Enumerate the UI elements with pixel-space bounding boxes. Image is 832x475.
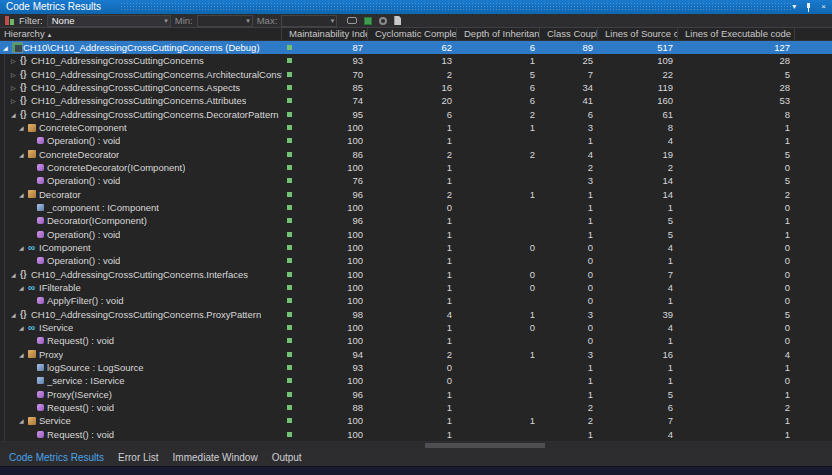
column-header-maintainability-index[interactable]: Maintainability Index — [282, 28, 368, 40]
maintainability-index-cell: 98 — [282, 308, 368, 321]
table-row[interactable]: ◢ CH10\CH10_AddressingCrossCuttingConcer… — [0, 41, 832, 54]
expander-icon[interactable]: ◢ — [19, 351, 28, 358]
expander-icon[interactable]: ◢ — [19, 244, 28, 251]
table-row[interactable]: ◢ {} CH10_AddressingCrossCuttingConcerns… — [0, 108, 832, 121]
class-icon — [28, 190, 39, 198]
expander-icon[interactable]: ▷ — [11, 97, 20, 104]
lines-of-source-code-cell: 39 — [598, 308, 678, 321]
expander-icon[interactable]: ▷ — [11, 84, 20, 91]
row-label: Request() : void — [47, 335, 114, 346]
table-row[interactable]: Operation() : void 100 1 0 1 0 — [0, 254, 832, 267]
expander-icon[interactable]: ▷ — [11, 57, 20, 64]
class-coupling-cell: 1 — [540, 188, 598, 201]
column-header-class-coupling[interactable]: Class Coupling — [540, 28, 598, 40]
column-header-cyclomatic-complexity[interactable]: Cyclomatic Complexity — [368, 28, 457, 40]
class-coupling-cell: 6 — [540, 108, 598, 121]
cyclomatic-complexity-cell: 2 — [368, 348, 457, 361]
horizontal-scrollbar[interactable] — [0, 441, 832, 449]
expander-icon[interactable]: ◢ — [19, 324, 28, 331]
namespace-icon: {} — [20, 83, 31, 92]
table-row[interactable]: ◢ ∞ IComponent 100 1 0 0 4 0 — [0, 241, 832, 254]
excel-export-icon[interactable] — [364, 17, 372, 25]
table-row[interactable]: ◢ Decorator 96 2 1 1 14 2 — [0, 188, 832, 201]
table-row[interactable]: Request() : void 100 1 1 4 1 — [0, 428, 832, 441]
expander-icon[interactable]: ▷ — [11, 71, 20, 78]
table-row[interactable]: _service : IService 100 0 1 1 0 — [0, 374, 832, 387]
min-input[interactable]: ▾ — [197, 15, 253, 27]
maintainability-index-cell: 100 — [282, 294, 368, 307]
class-coupling-cell: 1 — [540, 361, 598, 374]
tab-code-metrics-results[interactable]: Code Metrics Results — [2, 449, 111, 466]
table-row[interactable]: ◢ ConcreteDecorator 86 2 2 4 19 5 — [0, 148, 832, 161]
lines-of-executable-code-cell: 1 — [678, 428, 795, 441]
cyclomatic-complexity-cell: 1 — [368, 228, 457, 241]
lines-of-executable-code-cell: 5 — [678, 148, 795, 161]
table-row[interactable]: Proxy(IService) 96 1 1 5 1 — [0, 388, 832, 401]
lines-of-executable-code-cell: 1 — [678, 121, 795, 134]
class-coupling-cell: 0 — [540, 268, 598, 281]
table-row[interactable]: Operation() : void 100 1 1 5 1 — [0, 228, 832, 241]
max-input[interactable]: ▾ — [281, 15, 337, 27]
scrollbar-thumb[interactable] — [425, 443, 545, 448]
table-row[interactable]: Request() : void 100 1 0 1 0 — [0, 334, 832, 347]
green-status-icon — [287, 85, 292, 90]
table-row[interactable]: ConcreteDecorator(IComponent) 100 1 2 2 … — [0, 161, 832, 174]
lines-of-executable-code-cell: 1 — [678, 361, 795, 374]
gear-icon[interactable] — [379, 17, 387, 25]
expander-icon[interactable]: ◢ — [19, 191, 28, 198]
auto-hide-pin-icon[interactable] — [805, 3, 812, 12]
lines-of-executable-code-cell: 0 — [678, 294, 795, 307]
details-panel-icon[interactable] — [347, 17, 357, 24]
tool-window-titlebar[interactable]: Code Metrics Results ▾ × — [0, 0, 832, 14]
window-position-chevron-icon[interactable]: ▾ — [792, 0, 796, 14]
class-coupling-cell: 0 — [540, 241, 598, 254]
method-icon — [36, 164, 47, 171]
expander-icon[interactable]: ◢ — [11, 271, 20, 278]
table-row[interactable]: ◢ {} CH10_AddressingCrossCuttingConcerns… — [0, 268, 832, 281]
column-header-depth-of-inheritance[interactable]: Depth of Inheritance — [457, 28, 540, 40]
table-row[interactable]: ◢ ∞ IFilterable 100 1 0 0 4 0 — [0, 281, 832, 294]
table-row[interactable]: Decorator(IComponent) 96 1 1 5 1 — [0, 214, 832, 227]
lines-of-source-code-cell: 2 — [598, 161, 678, 174]
table-row[interactable]: ◢ ∞ IService 100 1 0 0 4 0 — [0, 321, 832, 334]
table-row[interactable]: ◢ {} CH10_AddressingCrossCuttingConcerns… — [0, 308, 832, 321]
table-row[interactable]: ◢ Service 100 1 1 2 7 1 — [0, 414, 832, 427]
field-icon — [36, 377, 47, 384]
close-icon[interactable]: × — [821, 0, 826, 14]
filter-dropdown[interactable]: None ▾ — [47, 15, 171, 27]
table-row[interactable]: ▷ {} CH10_AddressingCrossCuttingConcerns… — [0, 54, 832, 67]
table-row[interactable]: ApplyFilter() : void 100 1 0 1 0 — [0, 294, 832, 307]
table-row[interactable]: Request() : void 88 1 2 6 2 — [0, 401, 832, 414]
table-row[interactable]: ◢ ConcreteComponent 100 1 1 3 8 1 — [0, 121, 832, 134]
tab-immediate-window[interactable]: Immediate Window — [166, 449, 265, 466]
table-row[interactable]: Operation() : void 100 1 1 4 1 — [0, 134, 832, 147]
lines-of-source-code-cell: 22 — [598, 68, 678, 81]
expander-icon[interactable]: ◢ — [19, 124, 28, 131]
table-row[interactable]: _component : IComponent 100 0 1 1 0 — [0, 201, 832, 214]
maintainability-index-cell: 100 — [282, 281, 368, 294]
maintainability-index-cell: 100 — [282, 161, 368, 174]
expander-icon[interactable]: ◢ — [11, 311, 20, 318]
expander-icon[interactable]: ◢ — [19, 417, 28, 424]
column-header-lines-of-source-code[interactable]: Lines of Source code — [598, 28, 678, 40]
expander-icon[interactable]: ◢ — [3, 44, 12, 51]
cyclomatic-complexity-cell: 1 — [368, 161, 457, 174]
column-header-hierarchy[interactable]: Hierarchy▴ — [0, 28, 282, 40]
tab-error-list[interactable]: Error List — [111, 449, 166, 466]
expander-icon[interactable]: ◢ — [19, 284, 28, 291]
row-label: Operation() : void — [47, 135, 120, 146]
export-icon[interactable] — [394, 16, 401, 25]
row-label: CH10\CH10_AddressingCrossCuttingConcerns… — [23, 42, 260, 53]
table-row[interactable]: Operation() : void 76 1 3 14 5 — [0, 174, 832, 187]
table-row[interactable]: ▷ {} CH10_AddressingCrossCuttingConcerns… — [0, 68, 832, 81]
tab-output[interactable]: Output — [265, 449, 309, 466]
table-row[interactable]: ◢ Proxy 94 2 1 3 16 4 — [0, 348, 832, 361]
expander-icon[interactable]: ◢ — [19, 151, 28, 158]
lines-of-source-code-cell: 1 — [598, 374, 678, 387]
table-row[interactable]: ▷ {} CH10_AddressingCrossCuttingConcerns… — [0, 94, 832, 107]
table-row[interactable]: ▷ {} CH10_AddressingCrossCuttingConcerns… — [0, 81, 832, 94]
table-row[interactable]: logSource : LogSource 93 0 1 1 1 — [0, 361, 832, 374]
namespace-icon: {} — [20, 96, 31, 105]
expander-icon[interactable]: ◢ — [11, 111, 20, 118]
column-header-lines-of-executable-code[interactable]: Lines of Executable code — [678, 28, 795, 40]
